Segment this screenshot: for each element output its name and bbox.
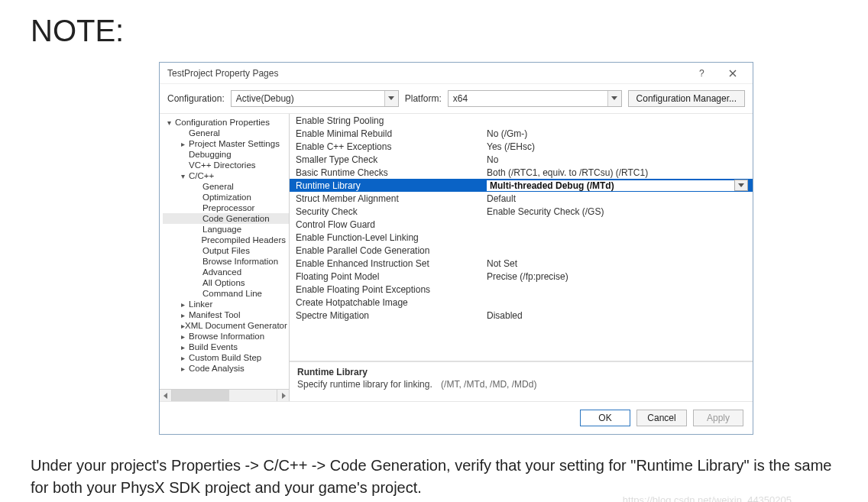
caret-right-icon: ▸ — [181, 354, 189, 362]
tree-item-label: Command Line — [202, 289, 262, 298]
tree-item[interactable]: ▸Build Events — [163, 342, 289, 352]
description-body: Specify runtime library for linking. (/M… — [297, 379, 745, 390]
tree-item[interactable]: Optimization — [163, 192, 289, 202]
tree-item[interactable]: Command Line — [163, 288, 289, 299]
help-button[interactable]: ? — [687, 63, 717, 83]
property-value: No — [487, 154, 748, 165]
property-value: Both (/RTC1, equiv. to /RTCsu) (/RTC1) — [487, 167, 748, 178]
property-row[interactable]: Struct Member AlignmentDefault — [290, 192, 753, 205]
tree-item[interactable]: Output Files — [163, 245, 289, 256]
configuration-combo[interactable]: Active(Debug) — [231, 90, 399, 107]
property-value: Precise (/fp:precise) — [487, 271, 748, 282]
tree-item[interactable]: All Options — [163, 277, 289, 288]
tree-item[interactable]: Code Generation — [163, 213, 289, 224]
scroll-thumb[interactable] — [172, 390, 229, 401]
tree-item[interactable]: ▸XML Document Generator — [163, 320, 289, 331]
property-value: Default — [487, 193, 748, 204]
tree-item-label: Custom Build Step — [189, 353, 261, 362]
property-name: Struct Member Alignment — [296, 193, 487, 204]
property-row[interactable]: Runtime LibraryMulti-threaded Debug (/MT… — [290, 179, 753, 192]
property-value[interactable]: Multi-threaded Debug (/MTd) — [487, 180, 748, 191]
property-row[interactable]: Enable Function-Level Linking — [290, 231, 753, 244]
property-row[interactable]: Basic Runtime ChecksBoth (/RTC1, equiv. … — [290, 166, 753, 179]
chevron-down-icon — [607, 91, 621, 106]
tree-item-label: Language — [202, 225, 241, 234]
property-name: Runtime Library — [296, 180, 487, 191]
tree-item[interactable]: ▸Linker — [163, 299, 289, 309]
property-row[interactable]: Floating Point ModelPrecise (/fp:precise… — [290, 270, 753, 283]
tree-container[interactable]: ▾Configuration PropertiesGeneral▸Project… — [160, 114, 289, 389]
property-name: Create Hotpatchable Image — [296, 297, 487, 308]
tree-item[interactable]: ▸Manifest Tool — [163, 309, 289, 320]
tree-item-label: Optimization — [202, 193, 251, 202]
apply-button[interactable]: Apply — [693, 410, 743, 426]
property-row[interactable]: Create Hotpatchable Image — [290, 296, 753, 309]
tree-item-label: Code Generation — [202, 214, 270, 223]
tree-item-label: Debugging — [189, 150, 232, 159]
tree-item[interactable]: ▸Project Master Settings — [163, 138, 289, 149]
tree-item[interactable]: Language — [163, 224, 289, 235]
tree-item[interactable]: General — [163, 181, 289, 192]
property-row[interactable]: Enable Enhanced Instruction SetNot Set — [290, 257, 753, 270]
tree-item[interactable]: Advanced — [163, 267, 289, 277]
tree-item[interactable]: ▾C/C++ — [163, 170, 289, 181]
property-row[interactable]: Enable String Pooling — [290, 114, 753, 127]
property-name: Smaller Type Check — [296, 154, 487, 165]
property-name: Enable Enhanced Instruction Set — [296, 258, 487, 269]
tree-item[interactable]: ▸Custom Build Step — [163, 352, 289, 363]
tree-item[interactable]: Precompiled Headers — [163, 235, 289, 245]
property-name: Floating Point Model — [296, 271, 487, 282]
property-row[interactable]: Enable Minimal RebuildNo (/Gm-) — [290, 127, 753, 140]
tree-item[interactable]: Debugging — [163, 149, 289, 160]
property-row[interactable]: Smaller Type CheckNo — [290, 153, 753, 166]
property-pages-dialog: TestProject Property Pages ? Configurati… — [159, 62, 753, 435]
cancel-button[interactable]: Cancel — [636, 410, 687, 426]
property-value-text: Multi-threaded Debug (/MTd) — [487, 180, 734, 191]
tree-item[interactable]: General — [163, 128, 289, 138]
window-title: TestProject Property Pages — [167, 68, 687, 79]
configuration-manager-button[interactable]: Configuration Manager... — [628, 90, 745, 107]
property-row[interactable]: Enable C++ ExceptionsYes (/EHsc) — [290, 140, 753, 153]
svg-text:?: ? — [699, 69, 704, 78]
property-value: Yes (/EHsc) — [487, 141, 748, 152]
tree-item[interactable]: ▸Code Analysis — [163, 363, 289, 374]
caret-right-icon: ▸ — [181, 311, 189, 319]
caret-right-icon: ▸ — [181, 300, 189, 309]
tree-item-label: C/C++ — [189, 171, 214, 180]
property-row[interactable]: Spectre MitigationDisabled — [290, 309, 753, 322]
caret-right-icon: ▸ — [181, 332, 189, 341]
property-name: Enable Floating Point Exceptions — [296, 284, 487, 295]
caret-right-icon: ▸ — [181, 364, 189, 373]
property-row[interactable]: Enable Floating Point Exceptions — [290, 283, 753, 296]
property-value: No (/Gm-) — [487, 128, 748, 139]
property-row[interactable]: Enable Parallel Code Generation — [290, 244, 753, 257]
close-button[interactable] — [717, 63, 748, 83]
scroll-left-icon[interactable] — [160, 390, 172, 401]
property-name: Spectre Mitigation — [296, 310, 487, 321]
description-options: (/MT, /MTd, /MD, /MDd) — [441, 379, 536, 390]
scroll-track[interactable] — [172, 390, 277, 401]
tree-item[interactable]: ▾Configuration Properties — [163, 117, 289, 128]
tree-item[interactable]: VC++ Directories — [163, 160, 289, 170]
property-row[interactable]: Security CheckEnable Security Check (/GS… — [290, 205, 753, 218]
scroll-right-icon[interactable] — [277, 390, 289, 401]
property-name: Enable Minimal Rebuild — [296, 128, 487, 139]
description-pane: Runtime Library Specify runtime library … — [290, 361, 753, 401]
tree-item-label: Browse Information — [202, 257, 278, 266]
tree-item[interactable]: Preprocessor — [163, 202, 289, 213]
platform-combo[interactable]: x64 — [448, 90, 622, 107]
configuration-label: Configuration: — [167, 93, 225, 104]
tree-item-label: Build Events — [189, 342, 238, 351]
property-row[interactable]: Control Flow Guard — [290, 218, 753, 231]
chevron-down-icon[interactable] — [734, 180, 748, 191]
property-grid[interactable]: Enable String PoolingEnable Minimal Rebu… — [290, 114, 753, 361]
tree-item[interactable]: ▸Browse Information — [163, 331, 289, 342]
tree-item-label: Configuration Properties — [175, 118, 270, 127]
property-value: Enable Security Check (/GS) — [487, 206, 748, 217]
property-name: Basic Runtime Checks — [296, 167, 487, 178]
property-name: Security Check — [296, 206, 487, 217]
tree-item[interactable]: Browse Information — [163, 256, 289, 267]
tree-horizontal-scrollbar[interactable] — [160, 389, 289, 401]
ok-button[interactable]: OK — [580, 410, 630, 426]
tree-item-label: Output Files — [202, 246, 250, 255]
